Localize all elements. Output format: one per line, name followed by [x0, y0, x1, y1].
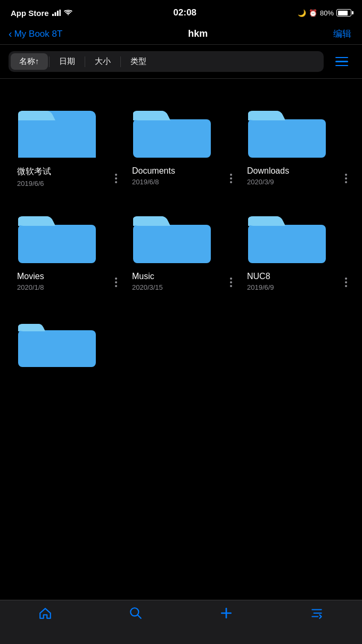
- file-date: 2020/3/9: [247, 178, 274, 186]
- folder-icon: [247, 201, 327, 265]
- file-item[interactable]: 微软考试 2019/6/6: [9, 87, 124, 193]
- file-meta: 2019/6/6: [17, 180, 118, 188]
- sort-separator-1: [49, 56, 50, 67]
- file-meta: 2019/6/9: [247, 283, 348, 291]
- status-right: 🌙 ⏰ 80%: [298, 9, 351, 17]
- svg-rect-1: [54, 12, 56, 16]
- file-item[interactable]: [9, 297, 124, 383]
- status-time: 02:08: [174, 7, 196, 18]
- file-item[interactable]: Documents 2019/6/8: [124, 87, 238, 193]
- svg-rect-10: [133, 225, 211, 263]
- svg-rect-9: [18, 225, 96, 263]
- file-name: Downloads: [247, 166, 348, 176]
- file-date: 2020/3/15: [132, 283, 163, 291]
- moon-icon: 🌙: [298, 9, 306, 17]
- battery-percent: 80%: [320, 9, 334, 17]
- svg-rect-8: [248, 119, 326, 158]
- wifi-icon: [64, 10, 72, 16]
- sort-by-name-button[interactable]: 名称↑: [11, 53, 48, 70]
- sort-separator-2: [85, 56, 85, 67]
- more-options-button[interactable]: [227, 275, 235, 289]
- file-name: 微软考试: [17, 166, 118, 177]
- svg-rect-11: [248, 225, 326, 263]
- folder-icon: [17, 305, 97, 369]
- file-item[interactable]: Movies 2020/1/8: [9, 193, 124, 297]
- tab-sort[interactable]: [272, 606, 362, 621]
- file-item[interactable]: Downloads 2020/3/9: [238, 87, 353, 193]
- file-meta: 2020/3/15: [132, 283, 233, 291]
- file-meta: 2019/6/8: [132, 178, 233, 186]
- status-bar: App Store 02:08 🌙 ⏰ 80%: [0, 0, 362, 23]
- file-item[interactable]: NUC8 2019/6/9: [238, 193, 353, 297]
- file-item[interactable]: Music 2020/3/15: [124, 193, 238, 297]
- sort-bar: 名称↑ 日期 大小 类型: [0, 45, 362, 79]
- folder-icon: [132, 201, 212, 265]
- file-date: 2020/1/8: [17, 283, 44, 291]
- file-date: 2019/6/8: [132, 178, 159, 186]
- back-button[interactable]: ‹ My Book 8T: [9, 29, 62, 39]
- back-label: My Book 8T: [14, 29, 63, 39]
- page-title: hkm: [188, 28, 208, 39]
- battery-icon: [336, 9, 351, 17]
- more-options-button[interactable]: [342, 172, 350, 185]
- tab-home[interactable]: [0, 606, 90, 621]
- sort-by-type-button[interactable]: 类型: [122, 53, 155, 70]
- tab-search[interactable]: [90, 606, 181, 621]
- tab-add[interactable]: [181, 606, 272, 621]
- folder-icon: [132, 96, 212, 160]
- svg-rect-12: [18, 330, 96, 367]
- edit-button[interactable]: 编辑: [333, 28, 351, 40]
- file-name: Movies: [17, 272, 118, 281]
- sort-by-size-button[interactable]: 大小: [86, 53, 119, 70]
- tab-bar: [0, 600, 362, 644]
- file-name: Documents: [132, 166, 233, 176]
- add-icon: [219, 606, 234, 621]
- search-icon: [128, 606, 143, 621]
- sort-by-date-button[interactable]: 日期: [51, 53, 84, 70]
- folder-icon: [17, 201, 97, 265]
- svg-rect-3: [59, 10, 61, 16]
- file-date: 2019/6/9: [247, 283, 274, 291]
- file-meta: 2020/3/9: [247, 178, 348, 186]
- hamburger-icon: [335, 57, 348, 67]
- file-name: Music: [132, 272, 233, 281]
- svg-rect-0: [52, 14, 54, 16]
- alarm-icon: ⏰: [309, 9, 317, 17]
- sort-separator-3: [120, 56, 121, 67]
- file-name: NUC8: [247, 272, 348, 281]
- file-meta: 2020/1/8: [17, 283, 118, 291]
- more-options-button[interactable]: [342, 275, 350, 289]
- svg-rect-2: [57, 11, 59, 16]
- more-options-button[interactable]: [112, 275, 120, 289]
- signal-icon: [52, 10, 61, 16]
- folder-icon: [17, 96, 97, 160]
- svg-rect-7: [133, 119, 211, 158]
- sort-buttons-group: 名称↑ 日期 大小 类型: [9, 51, 324, 72]
- nav-bar: ‹ My Book 8T hkm 编辑: [0, 23, 362, 45]
- more-options-button[interactable]: [227, 172, 235, 185]
- file-grid: 微软考试 2019/6/6 Documents 2019/6/8: [0, 79, 362, 392]
- sort-icon: [309, 606, 324, 621]
- view-toggle-button[interactable]: [330, 52, 353, 71]
- home-icon: [38, 606, 53, 621]
- status-carrier: App Store: [11, 9, 72, 18]
- svg-line-14: [138, 615, 141, 618]
- file-date: 2019/6/6: [17, 180, 44, 188]
- folder-icon: [247, 96, 327, 160]
- more-options-button[interactable]: [112, 172, 120, 185]
- chevron-left-icon: ‹: [9, 28, 12, 39]
- svg-rect-6: [18, 119, 96, 158]
